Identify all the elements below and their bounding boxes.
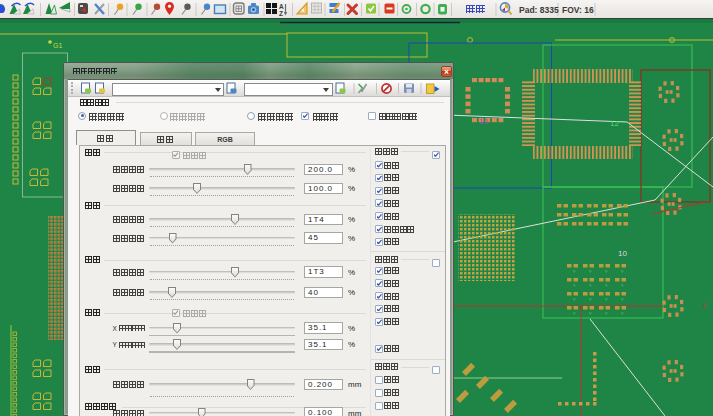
svg-text:10: 10 [618, 249, 627, 258]
svg-text:13: 13 [479, 117, 488, 126]
svg-text:Z: Z [279, 10, 283, 17]
svg-text:1: 1 [702, 301, 707, 310]
svg-text:G1: G1 [53, 42, 62, 49]
svg-text:A: A [279, 3, 284, 10]
svg-text:12: 12 [610, 119, 619, 128]
